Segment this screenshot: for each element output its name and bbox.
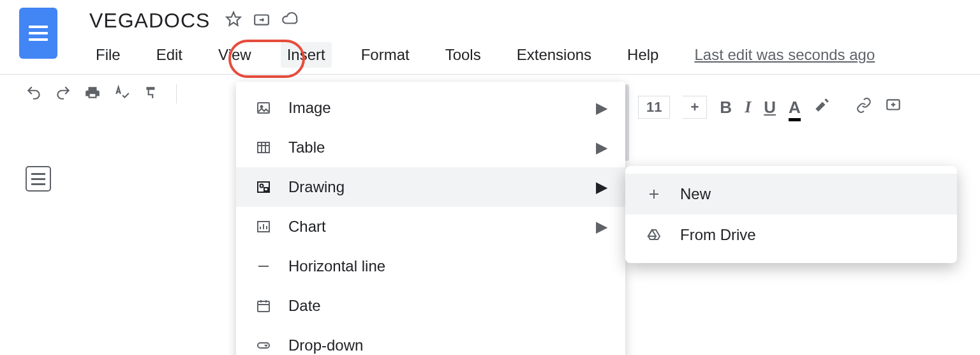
submenu-arrow-icon: ▶ bbox=[596, 99, 607, 117]
horizontal-line-icon bbox=[254, 259, 273, 274]
insert-hline-label: Horizontal line bbox=[288, 257, 385, 275]
highlight-button[interactable] bbox=[813, 97, 830, 117]
insert-dropdown: Image ▶ Table ▶ Drawing ▶ Chart ▶ Horizo… bbox=[236, 82, 625, 355]
move-folder-icon[interactable] bbox=[253, 11, 270, 30]
drive-icon bbox=[644, 227, 664, 243]
insert-chart[interactable]: Chart ▶ bbox=[236, 207, 625, 246]
menu-format[interactable]: Format bbox=[355, 42, 416, 68]
insert-image-label: Image bbox=[288, 99, 331, 117]
toolbar-separator bbox=[176, 84, 177, 103]
svg-rect-10 bbox=[258, 301, 269, 312]
svg-rect-5 bbox=[258, 142, 269, 153]
insert-date-label: Date bbox=[288, 297, 321, 315]
submenu-arrow-icon: ▶ bbox=[596, 178, 607, 196]
font-size-increase[interactable]: + bbox=[690, 99, 699, 116]
plus-icon bbox=[644, 186, 664, 202]
menu-insert[interactable]: Insert bbox=[281, 42, 332, 68]
drawing-from-drive-label: From Drive bbox=[680, 226, 756, 244]
insert-image[interactable]: Image ▶ bbox=[236, 88, 625, 128]
drawing-icon bbox=[254, 179, 273, 195]
document-outline-button[interactable] bbox=[26, 166, 51, 192]
table-icon bbox=[254, 140, 273, 155]
bold-button[interactable]: B bbox=[720, 98, 732, 117]
insert-horizontal-line[interactable]: Horizontal line bbox=[236, 246, 625, 286]
cloud-status-icon[interactable] bbox=[281, 11, 298, 30]
insert-dropdown-chip[interactable]: Drop-down bbox=[236, 326, 625, 355]
insert-dropdown-label: Drop-down bbox=[288, 336, 363, 354]
chart-icon bbox=[254, 219, 273, 234]
toolbar-right: 11 + B I U A bbox=[638, 88, 902, 126]
svg-rect-8 bbox=[264, 188, 268, 191]
menu-help[interactable]: Help bbox=[621, 42, 665, 68]
add-comment-button[interactable] bbox=[885, 97, 902, 117]
insert-chart-label: Chart bbox=[288, 218, 326, 236]
drawing-from-drive[interactable]: From Drive bbox=[625, 215, 957, 255]
menu-view[interactable]: View bbox=[212, 42, 258, 68]
insert-drawing[interactable]: Drawing ▶ bbox=[236, 167, 625, 207]
text-color-button[interactable]: A bbox=[789, 98, 801, 117]
document-title[interactable]: VEGADOCS bbox=[89, 9, 210, 33]
docs-logo[interactable] bbox=[19, 8, 57, 59]
last-edit-link[interactable]: Last edit was seconds ago bbox=[694, 46, 875, 64]
redo-icon[interactable] bbox=[55, 84, 71, 103]
insert-link-button[interactable] bbox=[856, 97, 872, 117]
dropdown-chip-icon bbox=[254, 338, 273, 353]
drawing-submenu: New From Drive bbox=[625, 166, 957, 263]
insert-table-label: Table bbox=[288, 139, 325, 156]
insert-table[interactable]: Table ▶ bbox=[236, 128, 625, 167]
image-icon bbox=[254, 100, 273, 116]
underline-button[interactable]: U bbox=[764, 98, 776, 117]
menu-file[interactable]: File bbox=[89, 42, 127, 68]
star-icon[interactable] bbox=[225, 11, 242, 30]
svg-point-7 bbox=[260, 185, 264, 188]
menu-extensions[interactable]: Extensions bbox=[510, 42, 598, 68]
insert-date[interactable]: Date bbox=[236, 286, 625, 326]
calendar-icon bbox=[254, 298, 273, 313]
menu-tools[interactable]: Tools bbox=[439, 42, 487, 68]
drawing-new[interactable]: New bbox=[625, 174, 957, 215]
submenu-arrow-icon: ▶ bbox=[596, 139, 607, 156]
svg-marker-0 bbox=[227, 12, 241, 26]
paint-format-icon[interactable] bbox=[143, 84, 160, 103]
print-icon[interactable] bbox=[84, 84, 101, 103]
submenu-arrow-icon: ▶ bbox=[596, 218, 607, 236]
menubar: File Edit View Insert Format Tools Exten… bbox=[89, 42, 875, 68]
font-size-value[interactable]: 11 bbox=[646, 99, 662, 116]
undo-icon[interactable] bbox=[26, 84, 42, 103]
drawing-new-label: New bbox=[680, 185, 711, 203]
svg-point-4 bbox=[261, 106, 263, 108]
insert-drawing-label: Drawing bbox=[288, 178, 345, 196]
menu-edit[interactable]: Edit bbox=[150, 42, 189, 68]
italic-button[interactable]: I bbox=[745, 98, 751, 117]
spellcheck-icon[interactable] bbox=[114, 84, 130, 103]
